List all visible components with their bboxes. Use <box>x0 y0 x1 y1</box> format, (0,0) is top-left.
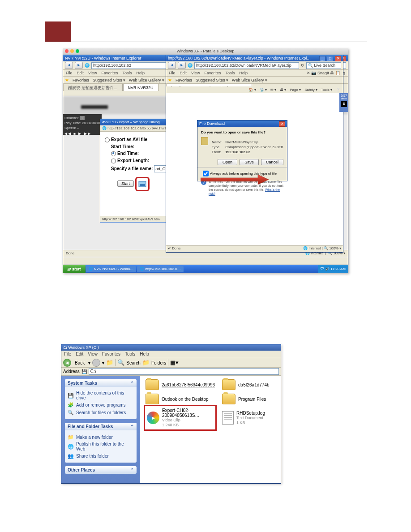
menu-tools[interactable]: Tools <box>125 351 135 358</box>
address-input[interactable]: http://192.168.102.62/Download/NVRMediaP… <box>194 62 299 69</box>
panel-title: Other Places <box>68 468 95 472</box>
menu-favorites[interactable]: Favorites <box>204 70 221 76</box>
save-button[interactable]: Save <box>240 159 259 165</box>
cancel-button[interactable]: Cancel <box>261 159 283 165</box>
mac-zoom-icon[interactable] <box>76 49 79 53</box>
back-button[interactable]: ◄ <box>168 62 176 69</box>
forward-button[interactable]: ► <box>178 62 186 69</box>
search-button[interactable]: Search <box>126 360 141 365</box>
address-label: Address <box>63 369 80 374</box>
new-folder-link[interactable]: 📁Make a new folder <box>68 434 134 440</box>
close-icon[interactable]: ✕ <box>335 56 341 61</box>
tab-2[interactable]: NVR NVR32U <box>123 84 158 91</box>
publish-link[interactable]: 🌐Publish this folder to the Web <box>68 442 134 451</box>
views-icon[interactable]: ▦▾ <box>170 359 177 366</box>
mail-icon[interactable]: ✉ ▾ <box>270 86 276 93</box>
collapse-icon[interactable]: ⌃ <box>130 381 134 386</box>
forward-button[interactable] <box>92 359 100 367</box>
radio-end[interactable] <box>111 151 116 156</box>
back-button[interactable]: ◄ <box>65 62 73 69</box>
folder-icon <box>222 379 235 390</box>
add-remove-link[interactable]: 🧩Add or remove programs <box>68 402 134 408</box>
dl-type: Compressed (zipped) Folder, 623KB <box>225 145 283 149</box>
menu-edit[interactable]: Edit <box>180 70 187 76</box>
menu-help[interactable]: Help <box>140 351 149 358</box>
radio-avi[interactable] <box>105 137 110 142</box>
folders-button[interactable]: Folders <box>151 360 166 365</box>
menu-file[interactable]: File <box>66 70 73 76</box>
start-button[interactable]: ⊞ start <box>63 265 86 273</box>
search-input[interactable]: 🔍 Live Search <box>306 62 341 69</box>
menu-tools[interactable]: Tools <box>122 70 132 76</box>
star-icon[interactable]: ★ <box>65 77 69 82</box>
collapse-icon[interactable]: ⌃ <box>130 424 134 429</box>
time-widget: 5:57 dmin S <box>339 93 348 112</box>
mac-minimize-icon[interactable] <box>70 49 74 53</box>
address-bar: Address 💾 <box>61 368 281 376</box>
web-slice-link[interactable]: Web Slice Gallery ▾ <box>232 78 267 82</box>
radio-length[interactable] <box>111 159 116 163</box>
print-icon[interactable]: 🖶 ▾ <box>280 86 286 93</box>
system-tray[interactable]: 🛡 🔊 11:20 AM <box>318 265 348 273</box>
web-slice-link[interactable]: Web Slice Gallery ▾ <box>129 78 164 82</box>
dl-from: 192.168.102.62 <box>225 150 250 154</box>
menu-view[interactable]: View <box>88 70 97 76</box>
folder-item[interactable]: Program Files <box>222 394 275 404</box>
folder-item[interactable]: 2a61bb8278f56344c09996 <box>146 379 215 390</box>
home-icon[interactable]: 🏠 ▾ <box>248 86 256 93</box>
back-button[interactable]: ◄ <box>63 359 71 367</box>
menu-help[interactable]: Help <box>239 70 248 76</box>
screenshot-2: 🗀 Windows XP (C:) File Edit View Favorit… <box>61 344 281 484</box>
maximize-icon[interactable]: □ <box>327 56 333 61</box>
panel-title: System Tasks <box>68 381 97 386</box>
log-file[interactable]: RHDSetup.log Text Document 1 KB <box>222 408 275 428</box>
close-icon[interactable]: ✕ <box>279 121 285 127</box>
page-menu[interactable]: Page ▾ <box>290 86 301 93</box>
globe-icon: 🌐 <box>68 443 74 450</box>
collapse-icon[interactable]: ⌃ <box>130 468 134 472</box>
tools-menu[interactable]: Tools ▾ <box>321 86 332 93</box>
mac-close-icon[interactable] <box>65 49 68 53</box>
menu-edit[interactable]: Edit <box>76 351 83 358</box>
folder-item[interactable]: da5f26a1d774b <box>222 379 275 390</box>
menu-view[interactable]: View <box>191 70 200 76</box>
open-button[interactable]: Open <box>218 159 237 165</box>
explorer-title: Windows XP (C:) <box>68 345 99 350</box>
start-button[interactable]: Start <box>117 180 134 187</box>
feeds-icon[interactable]: 📡 ▾ <box>260 86 267 93</box>
menu-file[interactable]: File <box>64 351 71 358</box>
refresh-icon[interactable]: ↻ <box>301 63 304 68</box>
header-divider <box>45 42 367 42</box>
snagit-label: ✕ 📷 SnagIt 🖶 📋 <box>307 70 340 76</box>
address-input[interactable] <box>89 368 279 375</box>
hide-contents-link[interactable]: 💾Hide the contents of this drive <box>68 390 134 400</box>
export-video-file[interactable]: Export-CH02-200904050613S… Video Clip 1,… <box>144 405 217 431</box>
media-player-icon[interactable] <box>135 177 150 191</box>
menu-help[interactable]: Help <box>136 70 145 76</box>
menu-favorites[interactable]: Favorites <box>102 351 120 358</box>
playback-controls[interactable]: ◀◀ ■ ▶ ▶▶ <box>64 131 100 136</box>
star-icon[interactable]: ★ <box>168 77 172 82</box>
ie2-title-text: http://192.168.102.62/Download/NVRMediaP… <box>168 55 311 61</box>
menu-view[interactable]: View <box>88 351 98 358</box>
folder-item[interactable]: Outlook on the Desktop <box>146 394 215 404</box>
search-files-link[interactable]: 🔍Search for files or folders <box>68 409 134 416</box>
safety-menu[interactable]: Safety ▾ <box>304 86 317 93</box>
dl-title: File Download <box>199 120 225 127</box>
menu-file[interactable]: File <box>169 70 176 76</box>
share-link[interactable]: 👥Share this folder <box>68 453 134 459</box>
tab-1[interactable]: 謝展視:治拍至港更新告白… <box>63 84 123 91</box>
menu-favorites[interactable]: Favorites <box>101 70 118 76</box>
suggested-sites-link[interactable]: Suggested Sites ▾ <box>93 78 125 82</box>
suggested-sites-link[interactable]: Suggested Sites ▾ <box>196 78 228 82</box>
menu-edit[interactable]: Edit <box>77 70 84 76</box>
help-icon[interactable]: ❔ <box>336 86 340 93</box>
back-label[interactable]: Back <box>73 360 86 365</box>
minimize-icon[interactable]: _ <box>319 56 325 61</box>
forward-button[interactable]: ► <box>75 62 83 69</box>
taskbar-item-1[interactable]: 🌐 NVR NVR32U - Windo… <box>86 266 137 272</box>
up-icon[interactable]: 📁↑ <box>106 359 113 366</box>
taskbar-item-2[interactable]: 🌐 http://192.168.102.6… <box>137 266 183 272</box>
windows-logo-icon: ⊞ <box>67 267 71 271</box>
menu-tools[interactable]: Tools <box>225 70 235 76</box>
